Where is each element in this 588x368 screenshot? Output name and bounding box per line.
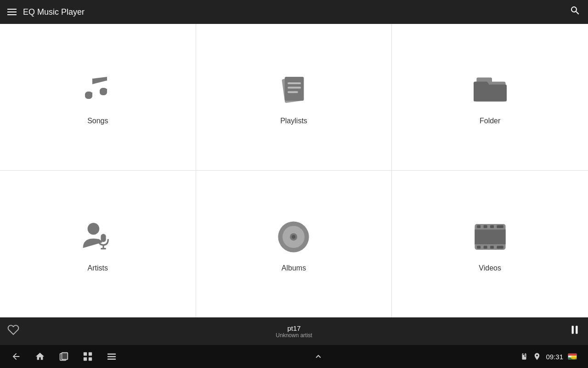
playlists-label: Playlists [280,117,307,125]
albums-cell[interactable]: Albums [196,171,392,317]
svg-rect-26 [475,230,505,244]
nav-menu-button[interactable] [107,351,117,362]
songs-label: Songs [87,117,108,125]
svg-rect-30 [62,353,68,360]
svg-rect-2 [288,82,301,84]
svg-rect-27 [572,326,574,334]
top-bar: EQ Music Player [0,0,588,24]
home-button[interactable] [35,351,45,362]
system-nav [11,351,117,362]
videos-cell[interactable]: Videos [392,171,588,317]
svg-point-14 [292,235,295,239]
now-playing-title: pt17 [287,324,300,332]
app-title: EQ Music Player [23,7,85,17]
svg-rect-22 [483,246,487,248]
playlist-icon [273,69,314,110]
videos-label: Videos [479,264,501,272]
now-playing-artist: Unknown artist [276,332,312,339]
artists-cell[interactable]: Artists [0,171,196,317]
top-bar-left: EQ Music Player [7,7,85,17]
songs-cell[interactable]: Songs [0,24,196,171]
flag-icon [568,353,577,360]
videos-icon [469,216,511,258]
svg-point-7 [87,223,99,235]
apps-button[interactable] [83,351,93,362]
svg-rect-31 [84,352,87,356]
svg-rect-33 [84,357,87,361]
svg-rect-28 [576,326,577,334]
folder-label: Folder [480,117,500,125]
svg-rect-4 [288,91,298,93]
up-chevron-icon[interactable] [313,351,323,362]
back-button[interactable] [11,351,21,362]
svg-rect-35 [107,354,116,355]
location-icon [533,352,541,361]
svg-rect-18 [490,225,494,228]
recents-button[interactable] [59,351,69,362]
artists-icon [77,216,119,258]
time-display: 09:31 [546,353,563,361]
svg-rect-21 [477,246,481,248]
albums-icon [273,216,314,258]
svg-rect-32 [89,352,92,356]
usb-icon [520,352,528,361]
now-playing-bar: pt17 Unknown artist [0,317,588,345]
svg-rect-1 [285,77,304,101]
music-icon [77,69,119,110]
favorite-button[interactable] [7,324,19,339]
menu-icon[interactable] [7,9,17,15]
playlists-cell[interactable]: Playlists [196,24,392,171]
svg-rect-3 [288,87,301,89]
svg-rect-34 [89,357,92,361]
status-icons: 09:31 [520,352,577,361]
system-bar: 09:31 [0,345,588,368]
svg-rect-25 [499,246,503,248]
pause-button[interactable] [569,324,581,339]
svg-rect-16 [477,225,481,228]
svg-rect-36 [107,356,116,357]
svg-rect-37 [107,359,116,360]
search-icon[interactable] [570,5,581,19]
now-playing-info: pt17 Unknown artist [276,324,312,339]
folder-cell[interactable]: Folder [392,24,588,171]
now-playing-left [7,324,19,339]
albums-label: Albums [282,264,306,272]
svg-rect-20 [499,225,503,228]
nav-center [313,351,323,362]
folder-icon [469,69,511,110]
main-grid: Songs Playlists [0,24,588,317]
svg-rect-17 [483,225,487,228]
svg-rect-23 [490,246,494,248]
svg-rect-8 [101,234,106,242]
artists-label: Artists [88,264,108,272]
